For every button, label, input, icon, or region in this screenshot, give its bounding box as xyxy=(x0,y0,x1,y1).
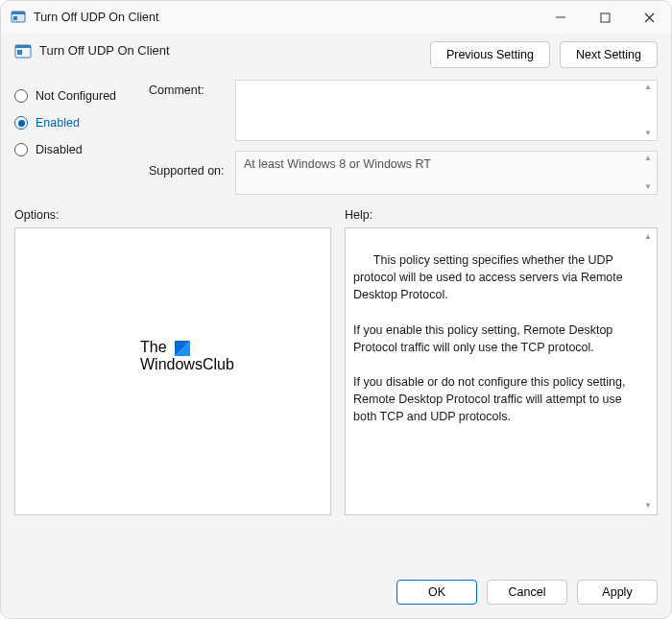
svg-rect-8 xyxy=(15,45,31,48)
dialog-window: Turn Off UDP On Client Turn Off UDP On C… xyxy=(0,0,672,619)
previous-setting-button[interactable]: Previous Setting xyxy=(430,41,550,68)
svg-rect-9 xyxy=(17,50,22,55)
ok-button[interactable]: OK xyxy=(396,580,477,605)
window-title: Turn Off UDP On Client xyxy=(34,11,158,24)
comment-label: Comment: xyxy=(149,83,235,97)
supported-label: Supported on: xyxy=(149,164,235,178)
cancel-button[interactable]: Cancel xyxy=(487,580,567,605)
svg-rect-2 xyxy=(13,16,17,20)
radio-disabled[interactable]: Disabled xyxy=(14,143,149,156)
policy-icon xyxy=(14,43,32,60)
footer-buttons: OK Cancel Apply xyxy=(1,566,671,618)
close-button[interactable] xyxy=(627,1,671,34)
next-setting-button[interactable]: Next Setting xyxy=(560,41,658,68)
svg-rect-1 xyxy=(12,12,25,14)
radio-icon xyxy=(14,143,28,156)
titlebar: Turn Off UDP On Client xyxy=(1,1,671,34)
comment-textarea[interactable]: ▲▼ xyxy=(235,80,658,141)
app-icon xyxy=(11,10,26,25)
state-radio-group: Not Configured Enabled Disabled xyxy=(14,80,149,195)
radio-not-configured[interactable]: Not Configured xyxy=(14,89,149,103)
help-text: This policy setting specifies whether th… xyxy=(353,253,629,423)
radio-label: Not Configured xyxy=(36,89,116,103)
help-label: Help: xyxy=(345,208,658,222)
policy-title: Turn Off UDP On Client xyxy=(39,41,170,58)
radio-label: Enabled xyxy=(36,116,80,130)
radio-icon xyxy=(14,116,28,130)
radio-icon xyxy=(14,89,28,103)
header-row: Turn Off UDP On Client Previous Setting … xyxy=(1,34,671,72)
watermark-square-icon xyxy=(175,341,190,356)
options-label: Options: xyxy=(14,208,331,222)
help-panel: This policy setting specifies whether th… xyxy=(345,227,658,515)
section-labels: Options: Help: xyxy=(1,195,671,227)
upper-section: Not Configured Enabled Disabled Comment:… xyxy=(1,72,671,195)
supported-on-value: At least Windows 8 or Windows RT xyxy=(244,157,431,171)
radio-enabled[interactable]: Enabled xyxy=(14,116,149,130)
minimize-button[interactable] xyxy=(539,1,583,34)
field-labels-column: Comment: Supported on: xyxy=(149,80,235,195)
fields-column: ▲▼ At least Windows 8 or Windows RT ▲▼ xyxy=(235,80,658,195)
watermark-line1: The xyxy=(140,339,167,355)
watermark-line2: WindowsClub xyxy=(140,356,234,372)
supported-on-box: At least Windows 8 or Windows RT ▲▼ xyxy=(235,151,658,195)
watermark: The WindowsClub xyxy=(140,339,234,374)
options-panel: The WindowsClub xyxy=(14,227,331,515)
maximize-button[interactable] xyxy=(583,1,627,34)
apply-button[interactable]: Apply xyxy=(577,580,658,605)
scrollbar[interactable]: ▲▼ xyxy=(641,154,655,192)
scrollbar[interactable]: ▲▼ xyxy=(641,83,655,138)
lower-section: The WindowsClub This policy setting spec… xyxy=(1,227,671,566)
svg-rect-4 xyxy=(601,13,610,22)
radio-label: Disabled xyxy=(36,143,83,156)
scrollbar[interactable]: ▲▼ xyxy=(641,232,655,511)
